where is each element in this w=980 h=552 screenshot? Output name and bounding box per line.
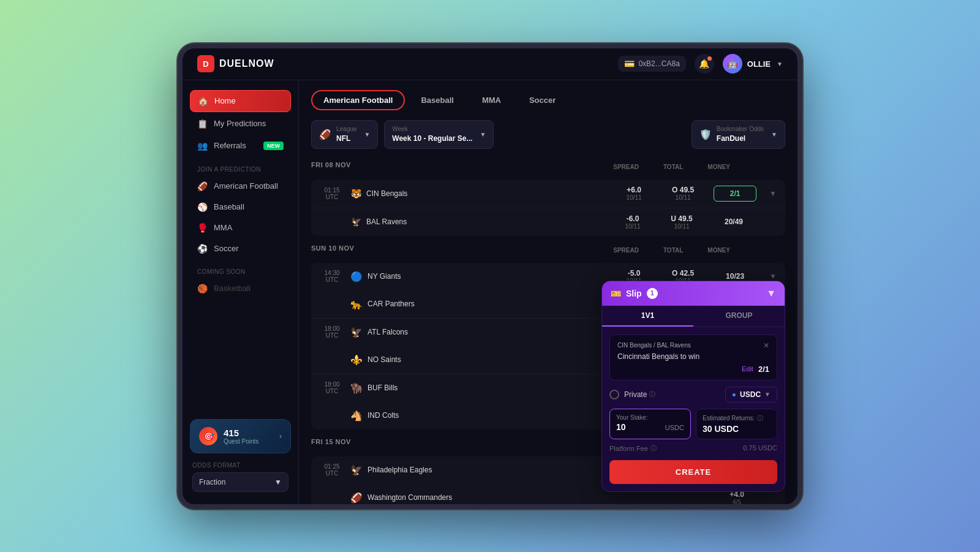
- soccer-icon: ⚽: [197, 244, 208, 254]
- bal-money: 20/49: [709, 217, 758, 226]
- bookmaker-chevron: ▼: [771, 131, 777, 138]
- sidebar-sport-basketball: 🏀 Basketball: [190, 279, 291, 298]
- returns-label-text: Estimated Returns:: [703, 415, 755, 422]
- american-football-icon: 🏈: [197, 181, 208, 191]
- section-title-sun-10: SUN 10 NOV: [311, 242, 354, 254]
- odds-format-section: Odds Format Fraction ▼: [190, 462, 291, 494]
- sidebar-sport-soccer[interactable]: ⚽ Soccer: [190, 239, 291, 259]
- section-title-fri-08: FRI 08 NOV: [311, 159, 351, 171]
- mma-icon: 🥊: [197, 223, 208, 233]
- sidebar-sport-mma[interactable]: 🥊 MMA: [190, 218, 291, 238]
- platform-fee-label: Platform Fee: [609, 445, 648, 452]
- currency-select[interactable]: ● USDC ▼: [725, 387, 777, 403]
- quest-icon: 🎯: [199, 427, 217, 445]
- section-fri-08-nov: FRI 08 NOV SPREAD TOTAL MONEY 01:15 UTC …: [311, 159, 785, 236]
- stake-input[interactable]: [616, 422, 663, 432]
- sidebar-item-my-predictions[interactable]: 📋 My Predictions: [190, 113, 291, 134]
- topbar-right: 💳 0xB2...CA8a 🔔 🤖 OLLIE ▼: [618, 54, 783, 74]
- usdc-arrow: ▼: [764, 391, 771, 398]
- odds-format-label: Odds Format: [192, 462, 288, 469]
- slip-edit-button[interactable]: Edit: [742, 365, 753, 372]
- stake-label: Your Stake:: [616, 414, 684, 421]
- tab-mma[interactable]: MMA: [470, 90, 513, 110]
- filters-row: 🏈 League NFL ▼ Week Week 10 - Regular Se…: [311, 120, 785, 149]
- match-expand-fri08[interactable]: ▼: [769, 189, 777, 198]
- odds-format-arrow: ▼: [274, 478, 282, 486]
- basketball-icon: 🏀: [197, 284, 208, 293]
- team-cin-bengals-name: CIN Bengals: [366, 189, 407, 198]
- returns-value: 30 USDC: [703, 424, 771, 434]
- expand-sun10-1[interactable]: ▼: [769, 272, 777, 281]
- bookmaker-filter[interactable]: 🛡️ Bookmaker Odds FanDuel ▼: [692, 120, 785, 149]
- slip-title-text: Slip: [626, 289, 642, 298]
- quest-points: 415: [224, 428, 258, 438]
- stake-row: Your Stake: USDC Estimated Returns: ⓘ 30…: [609, 409, 777, 439]
- bookmaker-icon: 🛡️: [699, 129, 712, 140]
- league-filter[interactable]: 🏈 League NFL ▼: [311, 120, 378, 149]
- slip-tab-group[interactable]: GROUP: [693, 306, 785, 327]
- sidebar-sport-soccer-label: Soccer: [214, 244, 238, 253]
- slip-remove-button[interactable]: ✕: [763, 341, 769, 350]
- cin-total[interactable]: O 49.5 10/11: [662, 186, 704, 201]
- sidebar-item-referrals-label: Referrals: [214, 141, 246, 150]
- odds-format-select[interactable]: Fraction ▼: [192, 472, 288, 492]
- coming-soon-title: Coming Soon: [197, 268, 284, 275]
- quest-card[interactable]: 🎯 415 Quest Points ›: [190, 419, 291, 453]
- private-radio[interactable]: [609, 390, 619, 399]
- slip-prediction: Cincinnati Bengals to win: [617, 352, 769, 361]
- fee-info-icon: ⓘ: [650, 444, 657, 453]
- slip-body: CIN Bengals / BAL Ravens ✕ Cincinnati Be…: [602, 327, 785, 491]
- bal-spread[interactable]: -6.0 10/11: [611, 214, 654, 230]
- team-bal-ravens-name: BAL Ravens: [366, 217, 407, 226]
- week-filter-value: Week 10 - Regular Se...: [392, 134, 472, 143]
- tab-soccer[interactable]: Soccer: [517, 90, 568, 110]
- team-ny-giants: 🔵 NY Giants: [350, 271, 606, 282]
- slip-match-name: CIN Bengals / BAL Ravens: [617, 342, 691, 349]
- week-filter-label: Week: [392, 126, 472, 132]
- team-cin-bengals: 🐯 CIN Bengals: [350, 189, 606, 198]
- returns-info-icon: ⓘ: [757, 414, 763, 423]
- logo[interactable]: D DUELNOW: [197, 55, 274, 72]
- section-title-fri-15: FRI 15 NOV: [311, 436, 351, 448]
- team-bal-ravens: 🦅 BAL Ravens: [350, 217, 605, 227]
- sidebar-sport-af-label: American Football: [214, 181, 278, 191]
- tab-american-football[interactable]: American Football: [311, 90, 405, 110]
- match-time-fri08: 01:15 UTC: [320, 187, 344, 200]
- team-car-panthers: 🐆 CAR Panthers: [350, 298, 605, 310]
- baseball-icon: ⚾: [197, 202, 208, 212]
- wallet-icon: 💳: [624, 59, 635, 69]
- username: OLLIE: [747, 59, 771, 69]
- user-profile[interactable]: 🤖 OLLIE ▼: [723, 54, 783, 74]
- bookmaker-label: Bookmaker Odds: [717, 126, 764, 132]
- sidebar-item-referrals[interactable]: 👥 Referrals NEW: [190, 135, 291, 156]
- cin-spread[interactable]: +6.0 10/11: [612, 186, 655, 201]
- notification-button[interactable]: 🔔: [695, 54, 714, 74]
- slip-private-row: Private ⓘ ● USDC ▼: [609, 387, 777, 403]
- sidebar-sport-baseball[interactable]: ⚾ Baseball: [190, 197, 291, 217]
- avatar: 🤖: [723, 54, 742, 74]
- notification-dot: [707, 56, 712, 61]
- sidebar-sport-mma-label: MMA: [214, 223, 232, 232]
- create-button[interactable]: CREATE: [609, 460, 777, 484]
- predictions-icon: 📋: [197, 119, 208, 129]
- sidebar-item-home[interactable]: 🏠 Home: [190, 90, 291, 112]
- bal-money-value: 20/49: [725, 217, 743, 226]
- match-fri-08: 01:15 UTC 🐯 CIN Bengals +6.0 10/11 O 49.…: [311, 180, 785, 236]
- sidebar-sport-basketball-label: Basketball: [214, 284, 251, 293]
- col-spread: SPREAD: [613, 164, 639, 170]
- wallet-address[interactable]: 💳 0xB2...CA8a: [618, 56, 685, 72]
- private-label-text: Private: [624, 390, 647, 399]
- team-atl-falcons: 🦅 ATL Falcons: [350, 327, 605, 338]
- slip-close-button[interactable]: ▼: [766, 288, 776, 299]
- bal-total[interactable]: U 49.5 10/11: [660, 214, 703, 230]
- slip-icon: 🎫: [611, 289, 621, 298]
- sidebar-sport-american-football[interactable]: 🏈 American Football: [190, 176, 291, 196]
- league-filter-label: League: [336, 126, 356, 132]
- slip-odds: 2/1: [758, 365, 769, 374]
- quest-label: Quest Points: [224, 438, 258, 445]
- col-total: TOTAL: [663, 164, 683, 170]
- slip-tab-1v1[interactable]: 1V1: [602, 306, 693, 327]
- week-filter[interactable]: Week Week 10 - Regular Se... ▼: [384, 120, 494, 149]
- tab-baseball[interactable]: Baseball: [409, 90, 466, 110]
- cin-money-btn[interactable]: 2/1: [714, 186, 756, 202]
